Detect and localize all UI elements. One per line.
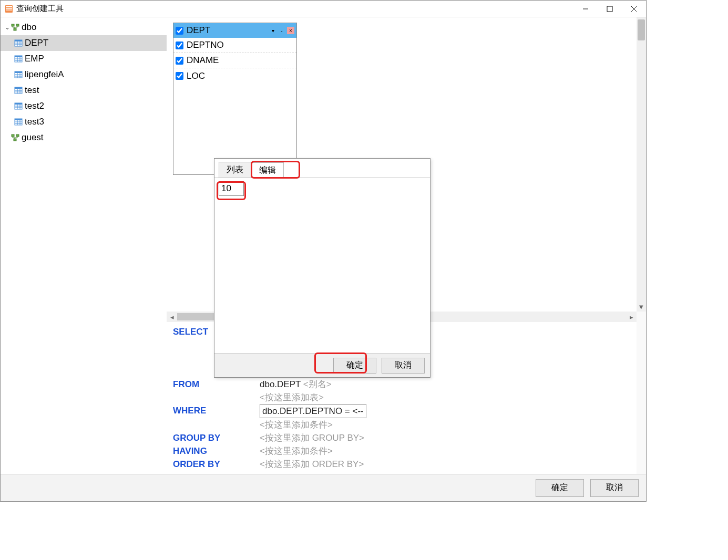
table-box-title: DEPT xyxy=(187,25,269,36)
column-checkbox[interactable] xyxy=(176,57,183,65)
orderby-placeholder[interactable]: <按这里添加 ORDER BY> xyxy=(260,458,364,471)
table-checkbox[interactable] xyxy=(176,27,183,35)
window-controls xyxy=(573,1,646,17)
app-icon xyxy=(5,5,13,13)
svg-rect-52 xyxy=(16,134,19,137)
table-label: EMP xyxy=(25,54,44,64)
alias-placeholder[interactable]: <别名> xyxy=(303,379,332,389)
svg-rect-10 xyxy=(14,28,16,30)
table-node[interactable]: test3 xyxy=(1,114,167,130)
svg-rect-9 xyxy=(16,24,19,26)
from-keyword: FROM xyxy=(173,378,260,391)
table-icon xyxy=(14,118,23,126)
column-row[interactable]: LOC xyxy=(173,68,296,84)
having-keyword: HAVING xyxy=(173,444,260,458)
column-name: DNAME xyxy=(187,55,219,66)
table-label: test3 xyxy=(25,117,44,127)
svg-rect-3 xyxy=(6,9,12,11)
table-icon xyxy=(14,102,23,110)
tab-edit[interactable]: 编辑 xyxy=(251,162,284,178)
table-label: test2 xyxy=(25,101,44,111)
column-checkbox[interactable] xyxy=(176,72,183,80)
svg-rect-53 xyxy=(14,139,16,141)
orderby-keyword: ORDER BY xyxy=(173,458,260,471)
column-name: DEPTNO xyxy=(187,40,224,50)
having-placeholder[interactable]: <按这里添加条件> xyxy=(260,444,333,458)
query-builder-window: 查询创建工具 ⌄dboDEPTEMPlipengfeiAtesttest2tes… xyxy=(0,0,647,502)
svg-rect-40 xyxy=(15,103,22,105)
minimize-button[interactable] xyxy=(573,1,598,17)
scroll-thumb[interactable] xyxy=(638,19,645,40)
table-node[interactable]: test2 xyxy=(1,98,167,114)
groupby-keyword: GROUP BY xyxy=(173,431,260,444)
table-box[interactable]: DEPT▾-×DEPTNODNAMELOC xyxy=(173,23,297,175)
titlebar: 查询创建工具 xyxy=(1,1,646,17)
column-row[interactable]: DNAME xyxy=(173,53,296,68)
from-table[interactable]: dbo.DEPT xyxy=(260,379,301,389)
vertical-scrollbar[interactable]: ▴ ▾ xyxy=(637,17,646,312)
dialog-tabs: 列表 编辑 xyxy=(214,159,430,178)
from-line[interactable]: dbo.DEPT <别名> xyxy=(260,378,332,391)
column-name: LOC xyxy=(187,71,205,81)
expand-icon[interactable]: ⌄ xyxy=(4,24,11,31)
schema-icon xyxy=(11,134,19,141)
dialog-content xyxy=(214,178,430,353)
tab-list[interactable]: 列表 xyxy=(219,162,251,178)
svg-rect-34 xyxy=(15,87,22,89)
where-keyword: WHERE xyxy=(173,404,260,418)
svg-rect-1 xyxy=(6,6,12,7)
scroll-right-arrow[interactable]: ▸ xyxy=(626,313,637,321)
column-row[interactable]: DEPTNO xyxy=(173,38,296,53)
schema-label: guest xyxy=(22,132,44,143)
close-button[interactable] xyxy=(622,1,646,17)
table-box-dropdown[interactable]: ▾ xyxy=(269,27,276,34)
groupby-placeholder[interactable]: <按这里添加 GROUP BY> xyxy=(260,431,364,444)
table-icon xyxy=(14,71,23,78)
table-box-header[interactable]: DEPT▾-× xyxy=(173,23,296,38)
table-box-minimize[interactable]: - xyxy=(278,27,285,34)
cancel-button[interactable]: 取消 xyxy=(590,479,639,497)
body: ⌄dboDEPTEMPlipengfeiAtesttest2test3guest… xyxy=(1,17,646,474)
svg-rect-2 xyxy=(6,8,12,9)
schema-icon xyxy=(11,24,19,31)
svg-rect-22 xyxy=(15,56,22,57)
add-table-placeholder[interactable]: <按这里添加表> xyxy=(260,391,324,404)
scroll-left-arrow[interactable]: ◂ xyxy=(167,313,177,321)
svg-rect-51 xyxy=(12,134,14,137)
table-node[interactable]: DEPT xyxy=(1,35,167,51)
column-checkbox[interactable] xyxy=(176,42,183,49)
table-label: DEPT xyxy=(25,38,48,48)
where-expression[interactable]: dbo.DEPT.DEPTNO = <-- xyxy=(260,404,366,418)
maximize-button[interactable] xyxy=(598,1,622,17)
dialog-ok-button[interactable]: 确定 xyxy=(333,358,376,374)
table-icon xyxy=(14,87,23,94)
svg-rect-8 xyxy=(12,24,14,26)
dialog-footer: 确定 取消 xyxy=(214,353,430,377)
value-input[interactable] xyxy=(219,181,244,196)
table-label: test xyxy=(25,85,39,96)
window-title: 查询创建工具 xyxy=(16,4,573,14)
svg-rect-16 xyxy=(15,40,22,42)
value-editor-dialog: 列表 编辑 确定 取消 xyxy=(214,158,430,378)
schema-tree: ⌄dboDEPTEMPlipengfeiAtesttest2test3guest xyxy=(1,17,167,474)
add-condition-placeholder[interactable]: <按这里添加条件> xyxy=(260,418,333,431)
schema-node[interactable]: ⌄dbo xyxy=(1,19,167,35)
table-icon xyxy=(14,39,23,47)
schema-label: dbo xyxy=(22,22,36,33)
table-box-close[interactable]: × xyxy=(287,27,294,34)
table-icon xyxy=(14,55,23,63)
dialog-cancel-button[interactable]: 取消 xyxy=(382,358,425,374)
table-node[interactable]: lipengfeiA xyxy=(1,67,167,82)
schema-node[interactable]: guest xyxy=(1,130,167,146)
scroll-down-arrow[interactable]: ▾ xyxy=(637,302,646,312)
ok-button[interactable]: 确定 xyxy=(536,479,584,497)
svg-rect-28 xyxy=(15,71,22,73)
bottom-bar: 确定 取消 xyxy=(1,474,646,501)
table-node[interactable]: test xyxy=(1,82,167,98)
table-node[interactable]: EMP xyxy=(1,51,167,67)
svg-rect-5 xyxy=(607,6,612,12)
table-label: lipengfeiA xyxy=(25,69,64,80)
svg-rect-46 xyxy=(15,119,22,120)
